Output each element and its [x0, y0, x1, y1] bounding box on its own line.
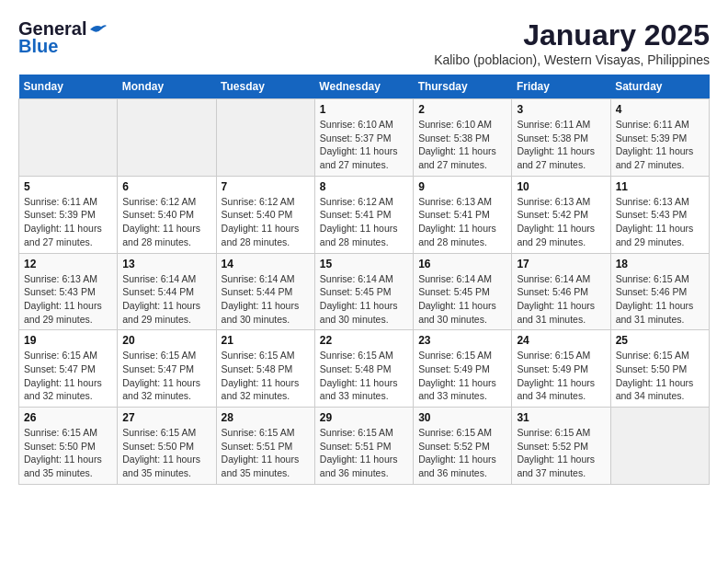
day-info: Sunrise: 6:14 AMSunset: 5:44 PMDaylight:… [222, 272, 310, 327]
calendar-cell: 19Sunrise: 6:15 AMSunset: 5:47 PMDayligh… [19, 330, 118, 408]
day-info: Sunrise: 6:15 AMSunset: 5:49 PMDaylight:… [418, 349, 506, 403]
day-info: Sunrise: 6:15 AMSunset: 5:51 PMDaylight:… [222, 426, 310, 480]
calendar-cell: 27Sunrise: 6:15 AMSunset: 5:50 PMDayligh… [118, 408, 216, 485]
day-number: 22 [320, 334, 408, 347]
day-info: Sunrise: 6:15 AMSunset: 5:47 PMDaylight:… [122, 349, 210, 403]
day-info: Sunrise: 6:15 AMSunset: 5:51 PMDaylight:… [320, 426, 408, 480]
calendar-cell [118, 99, 216, 177]
day-info: Sunrise: 6:12 AMSunset: 5:40 PMDaylight:… [222, 195, 310, 249]
day-info: Sunrise: 6:10 AMSunset: 5:38 PMDaylight:… [418, 118, 506, 172]
day-info: Sunrise: 6:13 AMSunset: 5:43 PMDaylight:… [616, 195, 704, 249]
page-subtitle: Kalibo (poblacion), Western Visayas, Phi… [434, 52, 710, 67]
calendar-body: 1Sunrise: 6:10 AMSunset: 5:37 PMDaylight… [19, 99, 710, 485]
calendar-cell: 2Sunrise: 6:10 AMSunset: 5:38 PMDaylight… [414, 99, 512, 177]
calendar-table: SundayMondayTuesdayWednesdayThursdayFrid… [18, 75, 710, 485]
calendar-cell: 17Sunrise: 6:14 AMSunset: 5:46 PMDayligh… [512, 253, 610, 330]
day-number: 31 [517, 411, 605, 424]
day-info: Sunrise: 6:15 AMSunset: 5:52 PMDaylight:… [517, 426, 605, 480]
calendar-cell: 10Sunrise: 6:13 AMSunset: 5:42 PMDayligh… [512, 176, 610, 253]
page-title: January 2025 [434, 18, 710, 52]
calendar-week-3: 12Sunrise: 6:13 AMSunset: 5:43 PMDayligh… [19, 253, 710, 330]
calendar-cell: 22Sunrise: 6:15 AMSunset: 5:48 PMDayligh… [314, 330, 413, 408]
day-number: 26 [24, 411, 112, 424]
header-saturday: Saturday [610, 75, 709, 99]
calendar-cell: 20Sunrise: 6:15 AMSunset: 5:47 PMDayligh… [118, 330, 216, 408]
header-thursday: Thursday [414, 75, 512, 99]
day-number: 28 [222, 411, 310, 424]
day-info: Sunrise: 6:15 AMSunset: 5:49 PMDaylight:… [517, 349, 605, 403]
header-sunday: Sunday [19, 75, 118, 99]
logo-blue-text: Blue [18, 36, 58, 57]
day-number: 23 [418, 334, 506, 347]
calendar-week-1: 1Sunrise: 6:10 AMSunset: 5:37 PMDaylight… [19, 99, 710, 177]
day-info: Sunrise: 6:15 AMSunset: 5:52 PMDaylight:… [418, 426, 506, 480]
calendar-cell: 12Sunrise: 6:13 AMSunset: 5:43 PMDayligh… [19, 253, 118, 330]
day-number: 6 [122, 180, 210, 193]
calendar-cell: 9Sunrise: 6:13 AMSunset: 5:41 PMDaylight… [414, 176, 512, 253]
calendar-header-row: SundayMondayTuesdayWednesdayThursdayFrid… [19, 75, 710, 99]
day-number: 18 [616, 258, 704, 270]
calendar-cell: 13Sunrise: 6:14 AMSunset: 5:44 PMDayligh… [118, 253, 216, 330]
calendar-cell: 25Sunrise: 6:15 AMSunset: 5:50 PMDayligh… [610, 330, 709, 408]
day-number: 17 [517, 258, 605, 270]
day-number: 10 [517, 180, 605, 193]
day-number: 15 [320, 258, 408, 270]
day-number: 8 [320, 180, 408, 193]
calendar-cell: 8Sunrise: 6:12 AMSunset: 5:41 PMDaylight… [314, 176, 413, 253]
day-info: Sunrise: 6:15 AMSunset: 5:50 PMDaylight:… [616, 349, 704, 403]
header-monday: Monday [118, 75, 216, 99]
day-info: Sunrise: 6:10 AMSunset: 5:37 PMDaylight:… [320, 118, 408, 172]
day-info: Sunrise: 6:12 AMSunset: 5:40 PMDaylight:… [122, 195, 210, 249]
day-number: 12 [24, 258, 112, 270]
day-number: 2 [418, 103, 506, 116]
logo-bird-icon [88, 22, 108, 37]
calendar-cell: 21Sunrise: 6:15 AMSunset: 5:48 PMDayligh… [216, 330, 314, 408]
day-number: 1 [320, 103, 408, 116]
calendar-cell: 7Sunrise: 6:12 AMSunset: 5:40 PMDaylight… [216, 176, 314, 253]
calendar-cell: 30Sunrise: 6:15 AMSunset: 5:52 PMDayligh… [414, 408, 512, 485]
calendar-cell: 15Sunrise: 6:14 AMSunset: 5:45 PMDayligh… [314, 253, 413, 330]
calendar-cell: 5Sunrise: 6:11 AMSunset: 5:39 PMDaylight… [19, 176, 118, 253]
calendar-cell [216, 99, 314, 177]
calendar-cell: 6Sunrise: 6:12 AMSunset: 5:40 PMDaylight… [118, 176, 216, 253]
calendar-cell: 1Sunrise: 6:10 AMSunset: 5:37 PMDaylight… [314, 99, 413, 177]
calendar-cell: 14Sunrise: 6:14 AMSunset: 5:44 PMDayligh… [216, 253, 314, 330]
calendar-cell: 24Sunrise: 6:15 AMSunset: 5:49 PMDayligh… [512, 330, 610, 408]
day-info: Sunrise: 6:15 AMSunset: 5:48 PMDaylight:… [320, 349, 408, 403]
day-number: 30 [418, 411, 506, 424]
day-info: Sunrise: 6:15 AMSunset: 5:50 PMDaylight:… [122, 426, 210, 480]
day-info: Sunrise: 6:15 AMSunset: 5:48 PMDaylight:… [222, 349, 310, 403]
day-number: 21 [222, 334, 310, 347]
day-number: 20 [122, 334, 210, 347]
day-info: Sunrise: 6:11 AMSunset: 5:39 PMDaylight:… [616, 118, 704, 172]
day-number: 5 [24, 180, 112, 193]
day-info: Sunrise: 6:13 AMSunset: 5:43 PMDaylight:… [24, 272, 112, 327]
logo: General Blue [18, 18, 108, 57]
day-number: 29 [320, 411, 408, 424]
calendar-cell: 16Sunrise: 6:14 AMSunset: 5:45 PMDayligh… [414, 253, 512, 330]
day-number: 27 [122, 411, 210, 424]
day-info: Sunrise: 6:14 AMSunset: 5:44 PMDaylight:… [122, 272, 210, 327]
calendar-cell [610, 408, 709, 485]
day-info: Sunrise: 6:11 AMSunset: 5:39 PMDaylight:… [24, 195, 112, 249]
title-block: January 2025 Kalibo (poblacion), Western… [434, 18, 710, 67]
header-friday: Friday [512, 75, 610, 99]
day-info: Sunrise: 6:14 AMSunset: 5:45 PMDaylight:… [418, 272, 506, 327]
calendar-week-2: 5Sunrise: 6:11 AMSunset: 5:39 PMDaylight… [19, 176, 710, 253]
calendar-cell: 3Sunrise: 6:11 AMSunset: 5:38 PMDaylight… [512, 99, 610, 177]
day-info: Sunrise: 6:15 AMSunset: 5:46 PMDaylight:… [616, 272, 704, 327]
calendar-week-4: 19Sunrise: 6:15 AMSunset: 5:47 PMDayligh… [19, 330, 710, 408]
day-info: Sunrise: 6:12 AMSunset: 5:41 PMDaylight:… [320, 195, 408, 249]
day-info: Sunrise: 6:14 AMSunset: 5:46 PMDaylight:… [517, 272, 605, 327]
header-wednesday: Wednesday [314, 75, 413, 99]
day-number: 19 [24, 334, 112, 347]
day-info: Sunrise: 6:14 AMSunset: 5:45 PMDaylight:… [320, 272, 408, 327]
day-info: Sunrise: 6:13 AMSunset: 5:41 PMDaylight:… [418, 195, 506, 249]
calendar-week-5: 26Sunrise: 6:15 AMSunset: 5:50 PMDayligh… [19, 408, 710, 485]
calendar-cell: 11Sunrise: 6:13 AMSunset: 5:43 PMDayligh… [610, 176, 709, 253]
day-number: 9 [418, 180, 506, 193]
day-info: Sunrise: 6:11 AMSunset: 5:38 PMDaylight:… [517, 118, 605, 172]
calendar-cell: 4Sunrise: 6:11 AMSunset: 5:39 PMDaylight… [610, 99, 709, 177]
calendar-cell: 28Sunrise: 6:15 AMSunset: 5:51 PMDayligh… [216, 408, 314, 485]
day-number: 7 [222, 180, 310, 193]
